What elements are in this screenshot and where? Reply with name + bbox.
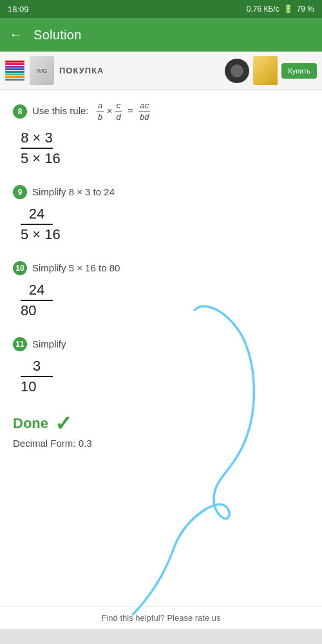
step-10-numerator: 24 xyxy=(21,282,53,301)
status-bar: 18:09 0,76 КБ/с 🔋 79 % xyxy=(0,0,322,18)
network-speed: 0,76 КБ/с xyxy=(247,5,279,14)
ad-banner-right: Купить xyxy=(225,56,322,85)
done-label: Done xyxy=(13,415,48,432)
battery-icon: 🔋 xyxy=(283,5,293,14)
done-section: Done ✓ xyxy=(13,413,309,434)
top-bar: ← Solution xyxy=(0,18,322,52)
battery-percent: 79 % xyxy=(297,5,314,14)
ad-buy-button[interactable]: Купить xyxy=(281,63,317,79)
step-11-badge: 11 xyxy=(13,337,27,351)
step-10: 10 Simplify 5 × 16 to 80 24 80 xyxy=(13,261,309,319)
step-9: 9 Simplify 8 × 3 to 24 24 5 × 16 xyxy=(13,185,309,243)
step-11-description: Simplify xyxy=(32,338,66,349)
checkmark-icon: ✓ xyxy=(55,413,72,434)
step-10-badge: 10 xyxy=(13,261,27,275)
page-title: Solution xyxy=(33,28,82,43)
step-8-fraction: 8 × 3 5 × 16 xyxy=(21,130,309,167)
step-11-header: 11 Simplify xyxy=(13,337,309,351)
step-8-numerator: 8 × 3 xyxy=(21,130,53,149)
step-9-denominator: 5 × 16 xyxy=(21,225,61,243)
step-8-description: Use this rule: a b × c d = ac bd xyxy=(32,101,151,123)
step-9-numerator: 24 xyxy=(21,206,53,225)
step-10-description: Simplify 5 × 16 to 80 xyxy=(32,262,120,273)
step-9-header: 9 Simplify 8 × 3 to 24 xyxy=(13,185,309,199)
step-8-header: 8 Use this rule: a b × c d = a xyxy=(13,101,309,123)
ad-banner-left: IMG ПОКУПКА xyxy=(0,56,104,85)
step-9-badge: 9 xyxy=(13,185,27,199)
bottom-hint: Find this helpful? Please rate us xyxy=(0,606,322,629)
ad-banner: IMG ПОКУПКА Купить xyxy=(0,52,322,90)
step-11-denominator: 10 xyxy=(21,377,36,395)
main-content: 8 Use this rule: a b × c d = a xyxy=(0,90,322,606)
step-11: 11 Simplify 3 10 xyxy=(13,337,309,395)
step-9-description: Simplify 8 × 3 to 24 xyxy=(32,186,115,197)
step-10-denominator: 80 xyxy=(21,301,36,319)
step-11-numerator: 3 xyxy=(21,358,53,377)
step-8: 8 Use this rule: a b × c d = a xyxy=(13,101,309,167)
step-10-header: 10 Simplify 5 × 16 to 80 xyxy=(13,261,309,275)
step-9-fraction: 24 5 × 16 xyxy=(21,206,309,243)
step-8-denominator: 5 × 16 xyxy=(21,149,61,167)
decimal-form: Decimal Form: 0.3 xyxy=(13,438,309,449)
step-10-fraction: 24 80 xyxy=(21,282,309,319)
handwriting-overlay xyxy=(0,186,322,637)
status-time: 18:09 xyxy=(8,5,29,14)
back-button[interactable]: ← xyxy=(9,26,23,43)
step-8-badge: 8 xyxy=(13,104,27,119)
ad-text: ПОКУПКА xyxy=(57,66,104,75)
step-11-fraction: 3 10 xyxy=(21,358,309,395)
